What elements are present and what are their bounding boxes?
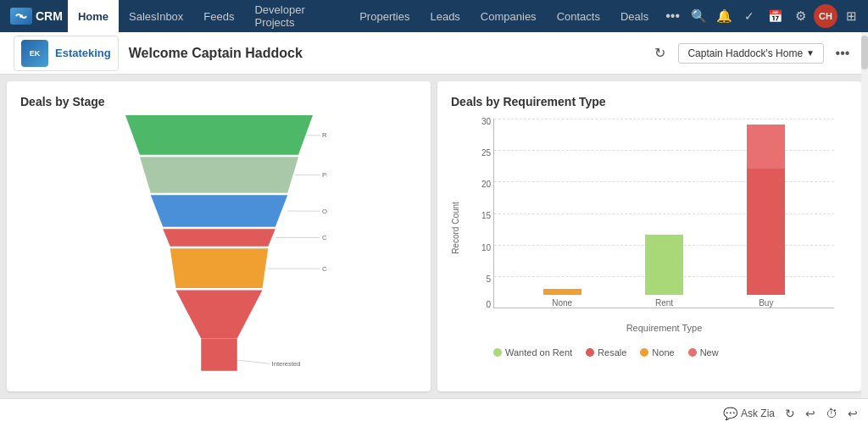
crm-logo[interactable]: CRM xyxy=(5,8,68,25)
svg-text:Interested: Interested xyxy=(271,360,300,368)
bar-chart-card: Deals by Requirement Type Record Count 3… xyxy=(437,81,861,391)
status-undo-icon[interactable]: ↩ xyxy=(805,407,815,420)
y-label-20: 20 xyxy=(467,180,491,189)
bar-label-buy: Buy xyxy=(759,298,773,308)
welcome-text: Welcome Captain Haddock xyxy=(129,46,648,61)
y-axis-label: Record Count xyxy=(451,202,460,254)
search-icon[interactable]: 🔍 xyxy=(687,4,710,28)
bars-group: None Rent Buy xyxy=(494,119,834,308)
bar-group-buy: Buy xyxy=(747,125,785,308)
crm-logo-svg xyxy=(14,11,28,21)
svg-marker-2 xyxy=(140,157,298,193)
home-dropdown[interactable]: Captain Haddock's Home ▼ xyxy=(678,43,824,64)
bar-rent-stack xyxy=(645,235,683,295)
funnel-chart-area: Recommendation Property Selected Offer C… xyxy=(20,115,417,374)
ask-zia-icon: 💬 xyxy=(723,407,737,420)
legend-dot-new xyxy=(688,348,697,357)
bar-chart-legend: Wanted on Rent Resale None New xyxy=(451,347,848,358)
nav-item-developer-projects[interactable]: Developer Projects xyxy=(244,0,349,32)
nav-item-deals[interactable]: Deals xyxy=(610,0,659,32)
nav-item-home[interactable]: Home xyxy=(68,0,119,32)
main-content: Deals by Stage Recommendation xyxy=(0,75,868,398)
calendar-icon[interactable]: 📅 xyxy=(763,4,787,28)
company-logo[interactable]: EK Estateking xyxy=(14,36,119,71)
funnel-chart-title: Deals by Stage xyxy=(20,95,417,108)
company-logo-icon: EK xyxy=(21,40,48,67)
y-label-10: 10 xyxy=(467,243,491,252)
funnel-chart-card: Deals by Stage Recommendation xyxy=(7,81,431,391)
svg-text:Recommendation: Recommendation xyxy=(322,131,327,139)
avatar[interactable]: CH xyxy=(814,4,837,28)
home-dropdown-label: Captain Haddock's Home xyxy=(687,47,803,59)
gear-icon[interactable]: ⚙ xyxy=(788,4,812,28)
crm-logo-text: CRM xyxy=(36,9,63,23)
nav-action-icons: 🔍 🔔 ✓ 📅 ⚙ CH ⊞ xyxy=(687,4,863,28)
status-bar: 💬 Ask Zia ↻ ↩ ⏱ ↩ xyxy=(0,398,868,427)
bar-chart-title: Deals by Requirement Type xyxy=(451,95,848,108)
bar-buy-new-segment xyxy=(747,125,785,169)
svg-marker-1 xyxy=(125,115,313,155)
bar-group-rent: Rent xyxy=(645,235,683,308)
bar-none-segment xyxy=(543,289,581,295)
y-label-30: 30 xyxy=(467,117,491,126)
svg-text:Offer: Offer xyxy=(322,208,327,215)
bar-none-stack xyxy=(543,289,581,295)
legend-dot-resale xyxy=(586,348,594,357)
scroll-thumb[interactable] xyxy=(861,36,868,69)
bar-chart-container: Record Count 30 25 20 15 10 xyxy=(451,112,848,344)
svg-rect-7 xyxy=(201,339,237,371)
refresh-button[interactable]: ↻ xyxy=(648,42,671,65)
logo-icon xyxy=(10,8,32,25)
scroll-track xyxy=(861,32,868,398)
svg-marker-3 xyxy=(150,195,287,226)
chevron-down-icon: ▼ xyxy=(806,48,815,58)
svg-text:Contract Signed: Contract Signed xyxy=(322,265,327,273)
bar-buy-stack xyxy=(747,125,785,295)
ask-zia-label: Ask Zia xyxy=(741,408,775,419)
svg-line-18 xyxy=(236,360,269,363)
bar-group-none: None xyxy=(543,289,581,308)
svg-text:Contract Out: Contract Out xyxy=(322,234,327,241)
legend-new: New xyxy=(688,347,719,358)
svg-text:Property Selected: Property Selected xyxy=(322,171,327,179)
y-label-0: 0 xyxy=(467,300,491,309)
legend-wanted-on-rent: Wanted on Rent xyxy=(493,347,572,358)
nav-items: Home SalesInbox Feeds Developer Projects… xyxy=(68,0,687,32)
legend-dot-none xyxy=(640,348,648,357)
bar-label-rent: Rent xyxy=(655,298,673,308)
bar-rent-segment xyxy=(645,235,683,295)
header-more-button[interactable]: ••• xyxy=(831,42,854,65)
bell-icon[interactable]: 🔔 xyxy=(712,4,736,28)
x-axis-label: Requirement Type xyxy=(494,323,834,333)
nav-item-salesinbox[interactable]: SalesInbox xyxy=(119,0,193,32)
legend-dot-wanted-on-rent xyxy=(493,348,502,357)
funnel-svg: Recommendation Property Selected Offer C… xyxy=(111,115,327,374)
nav-item-feeds[interactable]: Feeds xyxy=(193,0,244,32)
nav-more-button[interactable]: ••• xyxy=(659,0,687,32)
grid-icon[interactable]: ⊞ xyxy=(839,4,863,28)
svg-marker-6 xyxy=(175,291,262,339)
calendar-check-icon[interactable]: ✓ xyxy=(737,4,761,28)
header-bar: EK Estateking Welcome Captain Haddock ↻ … xyxy=(0,32,868,75)
ask-zia-item[interactable]: 💬 Ask Zia xyxy=(723,407,775,420)
bar-chart-area: 30 25 20 15 10 5 0 xyxy=(493,119,834,308)
status-refresh-icon[interactable]: ↻ xyxy=(785,407,795,420)
svg-marker-4 xyxy=(163,229,275,246)
nav-item-contacts[interactable]: Contacts xyxy=(547,0,610,32)
bar-label-none: None xyxy=(552,298,572,308)
y-label-5: 5 xyxy=(467,274,491,284)
nav-item-properties[interactable]: Properties xyxy=(349,0,420,32)
svg-marker-5 xyxy=(170,248,268,288)
status-settings-icon[interactable]: ↩ xyxy=(848,407,858,420)
top-navigation: CRM Home SalesInbox Feeds Developer Proj… xyxy=(0,0,868,32)
y-label-25: 25 xyxy=(467,148,491,158)
nav-item-companies[interactable]: Companies xyxy=(470,0,547,32)
svg-point-0 xyxy=(19,14,23,18)
y-label-15: 15 xyxy=(467,211,491,220)
legend-resale: Resale xyxy=(586,347,626,358)
nav-item-leads[interactable]: Leads xyxy=(420,0,470,32)
status-history-icon[interactable]: ⏱ xyxy=(826,407,837,420)
bar-buy-resale-segment xyxy=(747,169,785,295)
legend-none: None xyxy=(640,347,674,358)
header-actions: ↻ Captain Haddock's Home ▼ ••• xyxy=(648,42,854,65)
